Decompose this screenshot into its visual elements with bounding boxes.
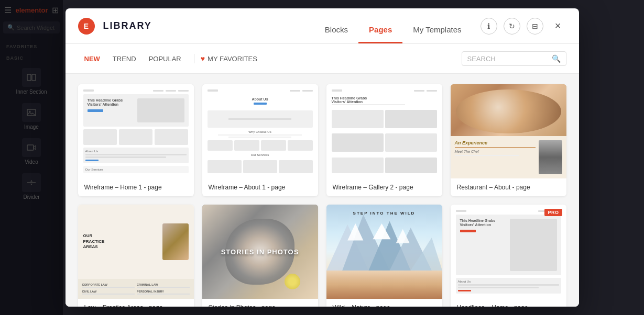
filter-trend[interactable]: TREND [106, 53, 143, 65]
library-modal: E LIBRARY Blocks Pages My Templates ℹ [66, 8, 579, 307]
template-card-law[interactable]: OURPRACTICEAREAS CORPORATE LAW [78, 205, 194, 307]
modal-logo: E [78, 18, 95, 35]
template-thumb-wireframe-gallery: This Headline GrabsVisitors' Attention [326, 84, 442, 178]
template-label-restaurant: Restaurant – About - page [451, 178, 566, 196]
template-thumb-wireframe-home: This Headline GrabsVisitors' Attention [78, 84, 194, 178]
filter-bar: NEW TREND POPULAR ♥ MY FAVORITES 🔍 [66, 44, 579, 74]
svg-marker-15 [396, 229, 409, 243]
template-card-wireframe-gallery[interactable]: This Headline GrabsVisitors' Attention [326, 84, 442, 196]
template-card-wireframe-home[interactable]: This Headline GrabsVisitors' Attention [78, 84, 194, 196]
template-label-wireframe-home: Wireframe – Home 1 - page [78, 178, 194, 196]
modal-header-actions: ℹ ↻ ⊟ × [481, 18, 566, 35]
modal-title: LIBRARY [103, 20, 285, 31]
template-card-restaurant[interactable]: An Experience Meet The Chef [451, 84, 566, 196]
template-card-wireframe-pro[interactable]: This Headline GrabsVisitors' Attention A… [451, 205, 566, 307]
template-label-stories: Stories in Photos - page [202, 299, 318, 307]
template-label-law: Law – Practice Areas - page [78, 299, 194, 307]
svg-marker-13 [347, 223, 363, 240]
modal-overlay: E LIBRARY Blocks Pages My Templates ℹ [0, 0, 644, 315]
close-icon: × [555, 20, 561, 32]
filter-popular[interactable]: POPULAR [143, 53, 188, 65]
svg-marker-14 [373, 223, 390, 239]
template-card-mountain[interactable]: STEP INTO THE WILD Wild – Nature - page [326, 205, 442, 307]
tab-my-templates[interactable]: My Templates [402, 25, 472, 43]
template-search-bar[interactable]: 🔍 [462, 51, 566, 66]
template-label-wireframe-pro: Headlines – Home - page [451, 299, 566, 307]
info-button[interactable]: ℹ [481, 18, 497, 35]
refresh-icon: ↻ [509, 22, 515, 30]
info-icon: ℹ [487, 22, 490, 30]
refresh-button[interactable]: ↻ [504, 18, 520, 35]
modal-tabs: Blocks Pages My Templates [314, 8, 472, 43]
template-card-stories[interactable]: STORIES IN PHOTOS Stories in Photos - pa… [202, 205, 318, 307]
template-grid-container[interactable]: This Headline GrabsVisitors' Attention [66, 74, 579, 307]
search-icon: 🔍 [552, 54, 561, 63]
filter-divider [194, 54, 194, 63]
template-grid: This Headline GrabsVisitors' Attention [78, 84, 566, 307]
template-thumb-wireframe-pro: This Headline GrabsVisitors' Attention A… [451, 205, 566, 299]
tab-pages[interactable]: Pages [358, 25, 402, 43]
template-label-mountain: Wild – Nature - page [326, 299, 442, 307]
favorites-filter-button[interactable]: ♥ MY FAVORITES [201, 54, 257, 63]
close-button[interactable]: × [550, 18, 566, 35]
template-label-wireframe-gallery: Wireframe – Gallery 2 - page [326, 178, 442, 196]
folder-button[interactable]: ⊟ [527, 18, 543, 35]
heart-icon: ♥ [201, 54, 205, 63]
template-label-wireframe-about: Wireframe – About 1 - page [202, 178, 318, 196]
template-card-wireframe-about[interactable]: About Us Why Choose Us [202, 84, 318, 196]
favorites-label: MY FAVORITES [208, 55, 257, 63]
template-thumb-restaurant: An Experience Meet The Chef [451, 84, 566, 178]
template-thumb-stories: STORIES IN PHOTOS [202, 205, 318, 299]
template-thumb-mountain: STEP INTO THE WILD [326, 205, 442, 299]
template-search-input[interactable] [467, 55, 549, 63]
template-thumb-law: OURPRACTICEAREAS CORPORATE LAW [78, 205, 194, 299]
pro-badge: PRO [544, 209, 562, 216]
tab-blocks[interactable]: Blocks [314, 25, 358, 43]
template-thumb-wireframe-about: About Us Why Choose Us [202, 84, 318, 178]
modal-header: E LIBRARY Blocks Pages My Templates ℹ [66, 8, 579, 44]
folder-icon: ⊟ [532, 22, 538, 30]
filter-new[interactable]: NEW [78, 53, 106, 65]
